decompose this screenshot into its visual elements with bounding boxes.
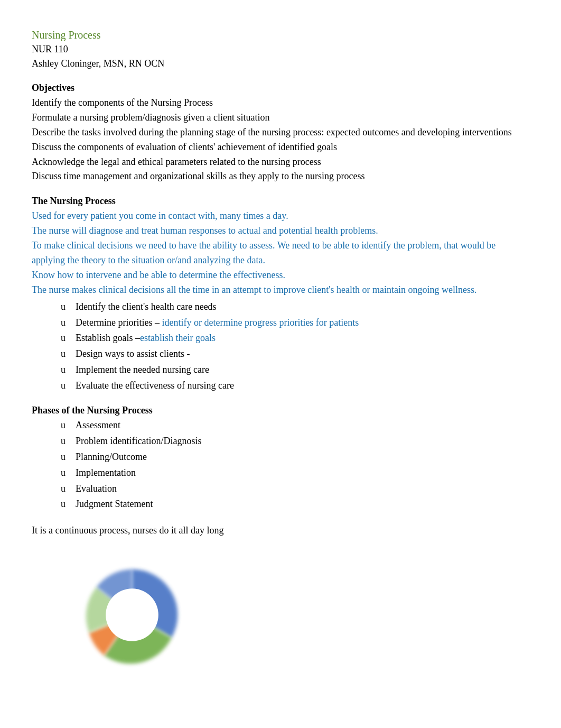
blue-inline-goals: establish their goals [140, 333, 216, 343]
list-item: u Implementation [61, 466, 529, 481]
list-item: u Design ways to assist clients - [61, 347, 529, 362]
blue-line-1: Used for every patient you come in conta… [32, 209, 529, 224]
bullet-char: u [61, 434, 76, 449]
svg-point-0 [106, 588, 158, 641]
nursing-bullet-list: u Identify the client's health care need… [61, 300, 529, 393]
bullet-char: u [61, 300, 76, 315]
blue-line-2: The nurse will diagnose and treat human … [32, 224, 529, 238]
objectives-heading: Objectives [32, 82, 529, 94]
nursing-process-heading: The Nursing Process [32, 196, 529, 207]
blue-line-4: Know how to intervene and be able to det… [32, 268, 529, 283]
list-item: u Problem identification/Diagnosis [61, 434, 529, 449]
bullet-char: u [61, 331, 76, 346]
bullet-char: u [61, 466, 76, 481]
bullet-char: u [61, 379, 76, 393]
nursing-process-section: The Nursing Process Used for every patie… [32, 196, 529, 393]
phases-bullet-list: u Assessment u Problem identification/Di… [61, 418, 529, 512]
phase-1: Assessment [76, 418, 529, 433]
objective-3: Describe the tasks involved during the p… [32, 125, 529, 140]
continuous-section: It is a continuous process, nurses do it… [32, 523, 529, 538]
bullet-char: u [61, 363, 76, 377]
objective-2: Formulate a nursing problem/diagnosis gi… [32, 110, 529, 125]
bullet-text-5: Implement the needed nursing care [76, 363, 529, 377]
objective-4: Discuss the components of evaluation of … [32, 140, 529, 155]
bullet-text-2: Determine priorities – identify or deter… [76, 316, 529, 330]
list-item: u Evaluation [61, 482, 529, 496]
phase-4: Implementation [76, 466, 529, 481]
bullet-text-1: Identify the client's health care needs [76, 300, 529, 315]
list-item: u Planning/Outcome [61, 450, 529, 465]
course-subtitle: NUR 110 [32, 42, 529, 57]
bullet-char: u [61, 316, 76, 330]
bullet-char: u [61, 482, 76, 496]
blue-inline-priorities: identify or determine progress prioritie… [162, 317, 359, 328]
phases-heading: Phases of the Nursing Process [32, 405, 529, 416]
list-item: u Judgment Statement [61, 497, 529, 512]
objective-5: Acknowledge the legal and ethical parame… [32, 155, 529, 170]
main-title: Nursing Process [32, 29, 529, 41]
continuous-text: It is a continuous process, nurses do it… [32, 523, 529, 538]
instructor-subtitle: Ashley Cloninger, MSN, RN OCN [32, 57, 529, 71]
bullet-char: u [61, 450, 76, 465]
blue-line-3: To make clinical decisions we need to ha… [32, 238, 529, 268]
blue-line-5: The nurse makes clinical decisions all t… [32, 283, 529, 298]
bullet-text-3: Establish goals –establish their goals [76, 331, 529, 346]
list-item: u Establish goals –establish their goals [61, 331, 529, 346]
objectives-section: Objectives Identify the components of th… [32, 82, 529, 184]
bullet-char: u [61, 347, 76, 362]
list-item: u Determine priorities – identify or det… [61, 316, 529, 330]
phase-5: Evaluation [76, 482, 529, 496]
list-item: u Identify the client's health care need… [61, 300, 529, 315]
bullet-text-4: Design ways to assist clients - [76, 347, 529, 362]
list-item: u Evaluate the effectiveness of nursing … [61, 379, 529, 393]
bullet-char: u [61, 497, 76, 512]
phase-6: Judgment Statement [76, 497, 529, 512]
phase-3: Planning/Outcome [76, 450, 529, 465]
page-header: Nursing Process NUR 110 Ashley Cloninger… [32, 29, 529, 71]
list-item: u Assessment [61, 418, 529, 433]
objective-1: Identify the components of the Nursing P… [32, 96, 529, 110]
objective-6: Discuss time management and organization… [32, 169, 529, 184]
list-item: u Implement the needed nursing care [61, 363, 529, 377]
donut-chart-container [61, 554, 529, 678]
bullet-text-6: Evaluate the effectiveness of nursing ca… [76, 379, 529, 393]
donut-chart [61, 554, 203, 676]
phase-2: Problem identification/Diagnosis [76, 434, 529, 449]
bullet-char: u [61, 418, 76, 433]
phases-section: Phases of the Nursing Process u Assessme… [32, 405, 529, 512]
